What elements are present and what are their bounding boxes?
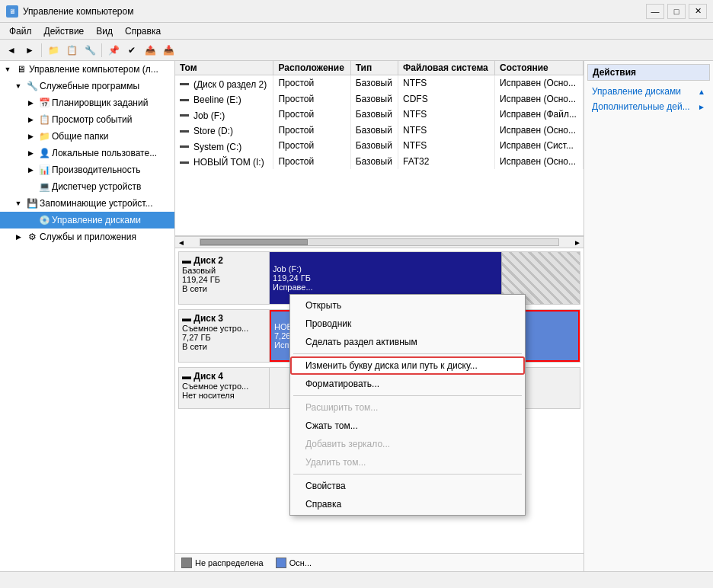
table-row[interactable]: Beeline (E:) Простой Базовый CDFS Исправ… (175, 91, 584, 107)
scroll-track[interactable] (200, 238, 559, 246)
disk2-label: ▬ Диск 2 Базовый 119,24 ГБ В сети (178, 251, 270, 305)
disk4-type: Съемное устро... (182, 382, 266, 391)
legend-label-unallocated: Не распределена (195, 558, 264, 567)
disk-area-wrapper: ▬ Диск 2 Базовый 119,24 ГБ В сети Job (F… (175, 248, 584, 553)
col-status: Состояние (495, 61, 584, 75)
toolbar-up[interactable]: 📁 (45, 42, 62, 59)
legend-swatch-basic (276, 558, 286, 568)
expand-tasks[interactable]: ▶ (24, 97, 37, 109)
minimize-button[interactable]: — (646, 4, 664, 19)
label-root: Управление компьютером (л... (29, 64, 158, 75)
expand-root[interactable]: ▼ (2, 63, 14, 75)
menu-action[interactable]: Действие (38, 24, 91, 37)
expand-folders[interactable]: ▶ (24, 130, 37, 142)
disk2-type: Базовый (182, 266, 266, 275)
tree-item-diskmgmt[interactable]: 💿 Управление дисками (0, 212, 174, 228)
ctx-help[interactable]: Справка (290, 495, 525, 513)
menu-help[interactable]: Справка (119, 24, 167, 37)
disk4-label: ▬ Диск 4 Съемное устро... Нет носителя (178, 367, 270, 409)
action-more-label: Дополнительные дей... (592, 101, 690, 112)
toolbar-properties[interactable]: 🔧 (82, 42, 98, 59)
toolbar-back[interactable]: ◄ (3, 42, 20, 59)
col-type: Тип (350, 61, 398, 75)
vol-fs: NTFS (398, 75, 494, 91)
actions-header: Действия (587, 64, 710, 81)
scroll-right-btn[interactable]: ► (571, 238, 584, 247)
maximize-button[interactable]: □ (667, 4, 686, 19)
disk3-label: ▬ Диск 3 Съемное устро... 7,27 ГБ В сети (178, 309, 270, 363)
ctx-sep1 (293, 353, 522, 354)
expand-tools[interactable]: ▼ (12, 80, 24, 92)
toolbar-pin[interactable]: 📌 (105, 42, 122, 59)
ctx-change-letter[interactable]: Изменить букву диска или путь к диску... (290, 356, 525, 375)
tree-item-root[interactable]: ▼ 🖥 Управление компьютером (л... (0, 61, 174, 78)
action-more[interactable]: Дополнительные дей... ► (587, 99, 710, 114)
toolbar-export[interactable]: 📤 (142, 42, 158, 59)
vol-type: Базовый (350, 123, 398, 139)
tree-item-services[interactable]: ▶ ⚙ Службы и приложения (0, 228, 174, 245)
label-devmgr: Диспетчер устройств (52, 181, 141, 192)
tree-item-tools[interactable]: ▼ 🔧 Служебные программы (0, 78, 174, 94)
expand-storage[interactable]: ▼ (12, 197, 24, 209)
disk2-size: 119,24 ГБ (182, 275, 266, 284)
tree-item-folders[interactable]: ▶ 📁 Общие папки (0, 128, 174, 145)
icon-users: 👤 (38, 147, 50, 159)
menu-view[interactable]: Вид (90, 24, 119, 37)
expand-services[interactable]: ▶ (12, 231, 24, 243)
ctx-shrink[interactable]: Сжать том... (290, 417, 525, 435)
vol-type: Базовый (350, 91, 398, 107)
disk4-status: Нет носителя (182, 391, 266, 400)
table-row[interactable]: Store (D:) Простой Базовый NTFS Исправен… (175, 123, 584, 139)
table-row[interactable]: Job (F:) Простой Базовый NTFS Исправен (… (175, 107, 584, 123)
toolbar-check[interactable]: ✔ (123, 42, 140, 59)
legend-basic: Осн... (276, 558, 312, 568)
vol-status: Исправен (Осно... (495, 154, 584, 170)
ctx-open[interactable]: Открыть (290, 296, 525, 315)
center-panel: Том Расположение Тип Файловая система Со… (175, 61, 584, 571)
legend-unallocated: Не распределена (181, 558, 264, 568)
expand-events[interactable]: ▶ (24, 113, 37, 126)
toolbar-import[interactable]: 📥 (160, 42, 177, 59)
scroll-thumb[interactable] (200, 239, 308, 245)
tree-item-events[interactable]: ▶ 📋 Просмотр событий (0, 111, 174, 128)
vol-name: Job (F:) (175, 107, 273, 123)
table-row[interactable]: (Диск 0 раздел 2) Простой Базовый NTFS И… (175, 75, 584, 91)
actions-header-text: Действия (593, 67, 636, 78)
tree-item-storage[interactable]: ▼ 💾 Запоминающие устройст... (0, 195, 174, 212)
expand-users[interactable]: ▶ (24, 147, 37, 159)
table-row[interactable]: НОВЫЙ ТОМ (I:) Простой Базовый FAT32 Исп… (175, 154, 584, 170)
toolbar-sep1 (41, 43, 42, 57)
context-menu: Открыть Проводник Сделать раздел активны… (289, 294, 526, 516)
vol-status: Исправен (Файл... (495, 107, 584, 123)
ctx-activate[interactable]: Сделать раздел активным (290, 333, 525, 351)
vol-type: Базовый (350, 107, 398, 123)
table-row[interactable]: System (C:) Простой Базовый NTFS Исправе… (175, 138, 584, 154)
expand-perf[interactable]: ▶ (24, 164, 37, 176)
partition-job-f-size: 119,24 ГБ (273, 273, 498, 283)
scroll-left-btn[interactable]: ◄ (175, 238, 187, 247)
menu-file[interactable]: Файл (3, 24, 38, 37)
ctx-properties[interactable]: Свойства (290, 477, 525, 495)
vol-fs: CDFS (398, 91, 494, 107)
icon-tasks: 📅 (38, 97, 50, 109)
tree-item-devmgr[interactable]: 💻 Диспетчер устройств (0, 178, 174, 195)
partition-job-f-label: Job (F:) (273, 264, 498, 273)
ctx-sep2 (293, 395, 522, 396)
vol-type: Базовый (350, 138, 398, 154)
icon-services: ⚙ (26, 231, 38, 243)
tree-item-perf[interactable]: ▶ 📊 Производительность (0, 161, 174, 178)
label-services: Службы и приложения (40, 232, 136, 242)
vol-name: Store (D:) (175, 123, 273, 139)
action-disk-mgmt[interactable]: Управление дисками ▲ (587, 84, 710, 99)
toolbar-forward[interactable]: ► (21, 42, 38, 59)
ctx-explorer[interactable]: Проводник (290, 315, 525, 333)
horizontal-scrollbar[interactable]: ◄ ► (175, 236, 584, 248)
col-location: Расположение (273, 61, 350, 75)
action-disk-mgmt-label: Управление дисками (592, 86, 681, 97)
close-button[interactable]: ✕ (689, 4, 707, 19)
vol-fs: FAT32 (398, 154, 494, 170)
tree-item-users[interactable]: ▶ 👤 Локальные пользовате... (0, 145, 174, 161)
ctx-format[interactable]: Форматировать... (290, 375, 525, 393)
toolbar-show-hide[interactable]: 📋 (63, 42, 80, 59)
tree-item-tasks[interactable]: ▶ 📅 Планировщик заданий (0, 94, 174, 111)
